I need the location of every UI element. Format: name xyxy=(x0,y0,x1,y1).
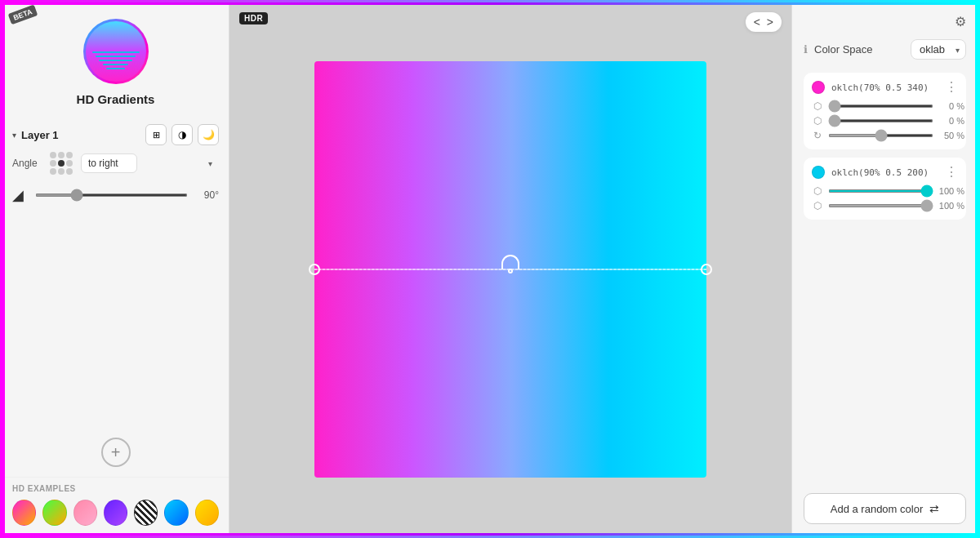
add-random-color-button[interactable]: Add a random color ⇄ xyxy=(804,493,966,524)
app-container: BETA HD Gradients ▾ Layer 1 xyxy=(2,2,978,536)
grid-icon-btn[interactable]: ⊞ xyxy=(145,124,167,145)
link-icon-1b: ⬡ xyxy=(812,115,823,127)
link-icon-2a: ⬡ xyxy=(812,185,823,197)
slider-1b[interactable] xyxy=(828,119,933,122)
slider-line-1a: ⬡ 0 % xyxy=(812,100,958,112)
slider-2b[interactable] xyxy=(828,204,933,207)
sidebar-header: BETA HD Gradients xyxy=(2,2,229,116)
logo-inner xyxy=(86,21,146,82)
logo-line xyxy=(92,51,140,53)
examples-row xyxy=(12,500,219,526)
dot-tc[interactable] xyxy=(58,152,65,158)
angle-label: Angle xyxy=(12,158,42,169)
layer-icons: ⊞ ◑ 🌙 xyxy=(145,124,219,145)
midpoint-dot xyxy=(508,269,513,273)
moon-icon-btn[interactable]: 🌙 xyxy=(198,124,219,145)
info-icon: ℹ xyxy=(804,43,808,56)
gradient-canvas[interactable] xyxy=(314,61,706,478)
color-stop-2: oklch(90% 0.5 200) ⋮ ⬡ 100 % ⬡ 100 % xyxy=(804,158,966,220)
examples-label: HD EXAMPLES xyxy=(12,484,219,493)
add-random-label: Add a random color xyxy=(831,503,923,515)
color-stop-2-sliders: ⬡ 100 % ⬡ 100 % xyxy=(812,185,958,211)
slider-1c[interactable] xyxy=(828,134,933,137)
slider-line-1b: ⬡ 0 % xyxy=(812,115,958,127)
angle-slider[interactable] xyxy=(35,193,188,197)
example-swatch-4[interactable] xyxy=(104,500,127,526)
slider-pct-1a: 0 % xyxy=(938,101,964,111)
settings-gear-button[interactable]: ⚙ xyxy=(955,14,966,29)
app-logo xyxy=(83,19,149,84)
color-space-select[interactable]: oklab oklch srgb hsl xyxy=(911,39,966,60)
layer-chevron-icon[interactable]: ▾ xyxy=(12,131,16,140)
color-space-row: ℹ Color Space oklab oklch srgb hsl xyxy=(804,39,966,60)
slider-line-2b: ⬡ 100 % xyxy=(812,200,958,211)
slider-2a[interactable] xyxy=(828,189,933,193)
dot-mc[interactable] xyxy=(58,160,65,167)
add-layer-button[interactable]: + xyxy=(101,438,131,467)
next-arrow-button[interactable]: > xyxy=(765,16,775,29)
app-title: HD Gradients xyxy=(77,92,155,106)
layer-section: ▾ Layer 1 ⊞ ◑ 🌙 Angle xyxy=(2,116,229,438)
example-swatch-7[interactable] xyxy=(195,500,219,526)
beta-badge: BETA xyxy=(8,5,38,25)
gradient-handle-left[interactable] xyxy=(309,264,320,275)
color-label-2: oklch(90% 0.5 200) xyxy=(831,167,938,178)
example-swatch-6[interactable] xyxy=(164,500,188,526)
color-stop-2-menu-button[interactable]: ⋮ xyxy=(945,166,958,179)
slider-pct-1c: 50 % xyxy=(938,131,964,140)
gradient-midpoint[interactable] xyxy=(501,255,519,269)
slider-1a[interactable] xyxy=(828,104,933,108)
example-swatch-2[interactable] xyxy=(42,500,66,526)
dot-br[interactable] xyxy=(66,168,73,175)
color-dot-1[interactable] xyxy=(812,81,825,94)
slider-pct-2a: 100 % xyxy=(938,186,964,196)
color-space-wrapper: oklab oklch srgb hsl xyxy=(911,39,966,60)
logo-lines xyxy=(86,51,146,69)
layer-name: Layer 1 xyxy=(21,129,59,141)
angle-slider-row: ◢ 90° xyxy=(12,186,219,204)
logo-line xyxy=(103,64,129,65)
prev-arrow-button[interactable]: < xyxy=(752,16,762,29)
dot-bc[interactable] xyxy=(58,168,65,175)
angle-row: Angle to right to left to t xyxy=(12,152,219,175)
color-stop-1: oklch(70% 0.5 340) ⋮ ⬡ 0 % ⬡ 0 % ↻ 50 % xyxy=(804,73,966,149)
direction-select-wrapper: to right to left to top to bottom xyxy=(81,153,219,173)
logo-line xyxy=(96,56,136,57)
color-dot-2[interactable] xyxy=(812,166,825,179)
dot-bl[interactable] xyxy=(50,168,56,175)
color-stop-1-menu-button[interactable]: ⋮ xyxy=(945,81,958,94)
color-space-label: Color Space xyxy=(814,43,904,56)
right-panel: ⚙ ℹ Color Space oklab oklch srgb hsl okl… xyxy=(791,2,978,536)
shuffle-icon: ⇄ xyxy=(929,502,939,515)
layer-header: ▾ Layer 1 ⊞ ◑ 🌙 xyxy=(12,116,219,152)
dot-tl[interactable] xyxy=(50,152,56,158)
midpoint-arc xyxy=(501,255,519,269)
center-area: HDR < > xyxy=(229,2,791,536)
example-swatch-3[interactable] xyxy=(74,500,97,526)
direction-select[interactable]: to right to left to top to bottom xyxy=(81,153,137,173)
angle-value: 90° xyxy=(194,189,219,201)
gradient-handle-right[interactable] xyxy=(701,264,712,275)
dot-tr[interactable] xyxy=(66,152,73,158)
dot-mr[interactable] xyxy=(66,160,73,167)
contrast-icon-btn[interactable]: ◑ xyxy=(172,124,193,145)
angle-shape-icon: ◢ xyxy=(12,186,29,204)
slider-pct-2b: 100 % xyxy=(938,201,964,211)
slider-line-1c: ↻ 50 % xyxy=(812,130,958,141)
color-stop-1-sliders: ⬡ 0 % ⬡ 0 % ↻ 50 % xyxy=(812,100,958,141)
dot-ml[interactable] xyxy=(50,160,56,167)
right-panel-header: ⚙ xyxy=(804,14,966,29)
examples-section: HD EXAMPLES xyxy=(2,477,229,536)
color-stop-1-header: oklch(70% 0.5 340) ⋮ xyxy=(812,81,958,94)
example-swatch-5[interactable] xyxy=(134,500,158,526)
slider-line-2a: ⬡ 100 % xyxy=(812,185,958,197)
nav-arrows: < > xyxy=(746,12,782,32)
dots-grid[interactable] xyxy=(50,152,73,175)
example-swatch-1[interactable] xyxy=(12,500,36,526)
rotate-icon-1c: ↻ xyxy=(812,130,823,141)
color-stop-2-header: oklch(90% 0.5 200) ⋮ xyxy=(812,166,958,179)
logo-line xyxy=(99,60,132,61)
logo-line xyxy=(106,68,125,69)
color-label-1: oklch(70% 0.5 340) xyxy=(831,82,938,93)
link-icon-1a: ⬡ xyxy=(812,100,823,112)
